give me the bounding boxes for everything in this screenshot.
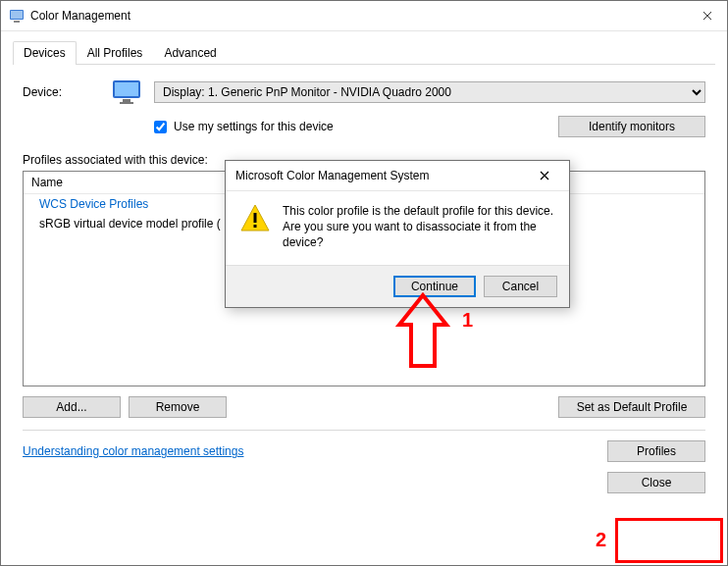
- device-sub-row: Use my settings for this device Identify…: [150, 116, 705, 137]
- tab-devices[interactable]: Devices: [13, 41, 77, 65]
- svg-rect-2: [14, 21, 20, 23]
- add-button[interactable]: Add...: [23, 396, 121, 418]
- dialog-body: This color profile is the default profil…: [226, 191, 569, 265]
- continue-button[interactable]: Continue: [393, 276, 476, 297]
- identify-monitors-button[interactable]: Identify monitors: [558, 116, 705, 137]
- svg-rect-1: [11, 11, 23, 19]
- app-icon: [9, 8, 25, 24]
- tab-advanced[interactable]: Advanced: [153, 41, 227, 65]
- dialog-message: This color profile is the default profil…: [283, 203, 555, 251]
- dialog-close-icon[interactable]: [530, 169, 559, 183]
- warning-icon: [239, 203, 271, 234]
- annotation-2: 2: [596, 529, 606, 551]
- tab-all-profiles[interactable]: All Profiles: [77, 41, 154, 65]
- use-my-settings-label[interactable]: Use my settings for this device: [150, 118, 558, 136]
- confirm-dialog: Microsoft Color Management System This c…: [225, 160, 570, 308]
- device-select[interactable]: Display: 1. Generic PnP Monitor - NVIDIA…: [154, 81, 705, 103]
- svg-rect-8: [254, 213, 257, 223]
- window-close-icon[interactable]: [688, 1, 727, 30]
- svg-rect-4: [115, 82, 138, 96]
- profiles-button[interactable]: Profiles: [607, 440, 705, 462]
- titlebar: Color Management: [1, 1, 727, 31]
- understanding-link[interactable]: Understanding color management settings: [23, 444, 607, 458]
- device-row: Device: Display: 1. Generic PnP Monitor …: [23, 78, 705, 106]
- use-my-settings-text: Use my settings for this device: [174, 120, 334, 133]
- set-default-button[interactable]: Set as Default Profile: [558, 396, 705, 418]
- footer-row-2: Close: [23, 472, 705, 493]
- annotation-close-box: [615, 518, 723, 563]
- dialog-titlebar: Microsoft Color Management System: [226, 161, 569, 191]
- svg-rect-5: [123, 99, 130, 102]
- dialog-title: Microsoft Color Management System: [235, 169, 530, 182]
- remove-button[interactable]: Remove: [129, 396, 227, 418]
- dialog-buttons: Continue Cancel: [226, 265, 569, 307]
- device-label: Device:: [23, 85, 111, 99]
- svg-rect-9: [254, 225, 257, 228]
- footer-row-1: Understanding color management settings …: [23, 440, 705, 462]
- profiles-button-row: Add... Remove Set as Default Profile: [23, 396, 705, 418]
- close-button[interactable]: Close: [607, 472, 705, 493]
- tab-strip: Devices All Profiles Advanced: [13, 41, 715, 65]
- monitor-icon: [111, 78, 146, 106]
- separator: [23, 430, 705, 431]
- window-title: Color Management: [30, 9, 688, 23]
- svg-rect-6: [120, 102, 133, 104]
- color-management-window: Color Management Devices All Profiles Ad…: [0, 0, 728, 566]
- cancel-button[interactable]: Cancel: [484, 276, 557, 297]
- use-my-settings-checkbox[interactable]: [154, 121, 167, 133]
